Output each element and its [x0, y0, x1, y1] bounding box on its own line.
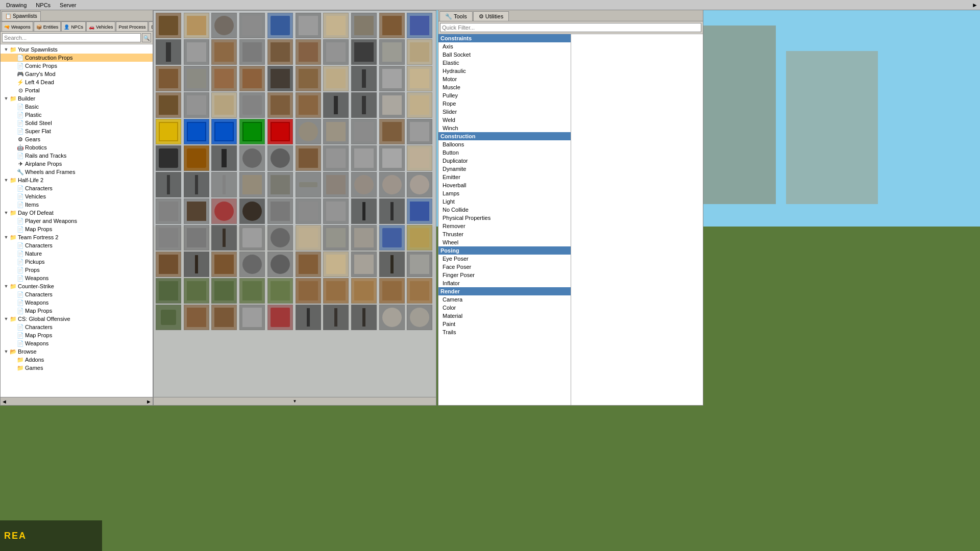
item-cell[interactable]: [211, 278, 237, 304]
item-cell[interactable]: [184, 119, 209, 144]
tool-ball-socket[interactable]: Ball Socket: [438, 51, 571, 59]
item-cell[interactable]: [239, 92, 265, 118]
item-cell[interactable]: [407, 198, 432, 224]
tab-vehicles[interactable]: 🚗Vehicles: [86, 21, 116, 32]
item-cell[interactable]: [407, 66, 432, 91]
tool-slider[interactable]: Slider: [438, 108, 571, 116]
item-cell[interactable]: [407, 305, 432, 330]
tab-dupes[interactable]: Dupes: [149, 21, 153, 32]
tree-dayofdefeat[interactable]: ▼ 📁 Day Of Defeat: [1, 209, 153, 217]
tree-csgo[interactable]: ▼ 📁 CS: Global Offensive: [1, 315, 153, 323]
item-cell[interactable]: [323, 66, 349, 91]
item-cell[interactable]: [211, 252, 237, 277]
item-cell[interactable]: [267, 172, 293, 197]
item-cell[interactable]: [156, 39, 181, 65]
item-cell[interactable]: [379, 66, 405, 91]
tree-cs-map-props[interactable]: 📄 Map Props: [1, 307, 153, 315]
tree-csgo-map-props[interactable]: 📄 Map Props: [1, 331, 153, 339]
tool-inflator[interactable]: Inflator: [438, 279, 571, 287]
tree-cs-characters[interactable]: 📄 Characters: [1, 290, 153, 298]
item-cell[interactable]: [379, 305, 405, 330]
item-cell[interactable]: [211, 119, 237, 144]
item-cell[interactable]: [351, 92, 377, 118]
item-cell[interactable]: [156, 225, 181, 251]
tree-airplane-props[interactable]: ✈ Airplane Props: [1, 160, 153, 168]
tree-csgo-weapons[interactable]: 📄 Weapons: [1, 339, 153, 347]
tab-postprocess[interactable]: Post Process: [116, 21, 148, 32]
tool-pulley[interactable]: Pulley: [438, 91, 571, 99]
search-button[interactable]: 🔍: [142, 33, 151, 42]
item-cell[interactable]: [296, 13, 321, 38]
tool-muscle[interactable]: Muscle: [438, 83, 571, 91]
item-cell[interactable]: [211, 225, 237, 251]
item-cell[interactable]: [379, 172, 405, 197]
item-cell[interactable]: [211, 66, 237, 91]
item-cell[interactable]: [211, 145, 237, 171]
item-cell[interactable]: [184, 39, 209, 65]
item-cell[interactable]: [239, 145, 265, 171]
item-cell[interactable]: [351, 119, 377, 144]
category-constraints[interactable]: Constraints: [438, 34, 571, 42]
tool-hydraulic[interactable]: Hydraulic: [438, 67, 571, 75]
item-cell[interactable]: [267, 119, 293, 144]
category-posing[interactable]: Posing: [438, 246, 571, 255]
tree-dod-player-weapons[interactable]: 📄 Player and Weapons: [1, 217, 153, 225]
item-cell[interactable]: [379, 198, 405, 224]
tree-super-flat[interactable]: 📄 Super Flat: [1, 127, 153, 135]
tree-solid-steel[interactable]: 📄 Solid Steel: [1, 119, 153, 127]
item-cell[interactable]: [184, 278, 209, 304]
tab-tools[interactable]: 🔧 Tools: [439, 11, 473, 21]
tool-no-collide[interactable]: No Collide: [438, 206, 571, 214]
item-cell[interactable]: [379, 13, 405, 38]
tool-material[interactable]: Material: [438, 312, 571, 320]
tool-button[interactable]: Button: [438, 148, 571, 157]
item-cell[interactable]: [184, 13, 209, 38]
tool-elastic[interactable]: Elastic: [438, 59, 571, 67]
tree-browse[interactable]: ▼ 📂 Browse: [1, 347, 153, 356]
item-cell[interactable]: [379, 252, 405, 277]
item-cell[interactable]: [156, 119, 181, 144]
tree-comic-props[interactable]: 📄 Comic Props: [1, 62, 153, 70]
search-input[interactable]: [2, 33, 141, 42]
tool-remover[interactable]: Remover: [438, 222, 571, 230]
item-cell[interactable]: [239, 252, 265, 277]
menu-drawing[interactable]: Drawing: [2, 1, 31, 9]
item-cell[interactable]: [323, 198, 349, 224]
item-cell[interactable]: [184, 172, 209, 197]
tree-hl2-vehicles[interactable]: 📄 Vehicles: [1, 192, 153, 201]
item-cell[interactable]: [267, 278, 293, 304]
item-cell[interactable]: [407, 13, 432, 38]
tree-your-spawnlists[interactable]: ▼ 📁 Your Spawnlists: [1, 45, 153, 54]
tool-dynamite[interactable]: Dynamite: [438, 165, 571, 173]
item-cell[interactable]: [156, 145, 181, 171]
tree-addons[interactable]: 📁 Addons: [1, 356, 153, 364]
tool-duplicator[interactable]: Duplicator: [438, 157, 571, 165]
menu-npcs[interactable]: NPCs: [32, 1, 55, 9]
item-cell[interactable]: [267, 92, 293, 118]
tree-dod-map-props[interactable]: 📄 Map Props: [1, 225, 153, 233]
tree-view[interactable]: ▼ 📁 Your Spawnlists 📄 Construction Props…: [1, 44, 153, 397]
scroll-right-arrow[interactable]: ►: [146, 398, 152, 405]
item-cell[interactable]: [351, 225, 377, 251]
quick-filter-input[interactable]: [440, 23, 701, 32]
item-cell[interactable]: [323, 39, 349, 65]
item-cell[interactable]: [323, 13, 349, 38]
tree-games[interactable]: 📁 Games: [1, 364, 153, 372]
tree-tf2-pickups[interactable]: 📄 Pickups: [1, 258, 153, 266]
item-cell[interactable]: [267, 145, 293, 171]
tool-emitter[interactable]: Emitter: [438, 173, 571, 181]
item-cell[interactable]: [323, 145, 349, 171]
item-cell[interactable]: [323, 305, 349, 330]
item-cell[interactable]: [351, 278, 377, 304]
tree-counterstrike[interactable]: ▼ 📁 Counter-Strike: [1, 282, 153, 290]
item-cell[interactable]: [239, 66, 265, 91]
item-cell[interactable]: [351, 145, 377, 171]
item-cell[interactable]: [239, 305, 265, 330]
item-cell[interactable]: [239, 225, 265, 251]
tree-tf2-characters[interactable]: 📄 Characters: [1, 241, 153, 249]
tree-tf2[interactable]: ▼ 📁 Team Fortress 2: [1, 233, 153, 241]
item-cell[interactable]: [267, 66, 293, 91]
item-cell[interactable]: [184, 66, 209, 91]
item-cell[interactable]: [323, 92, 349, 118]
tool-physical-properties[interactable]: Physical Properties: [438, 214, 571, 222]
